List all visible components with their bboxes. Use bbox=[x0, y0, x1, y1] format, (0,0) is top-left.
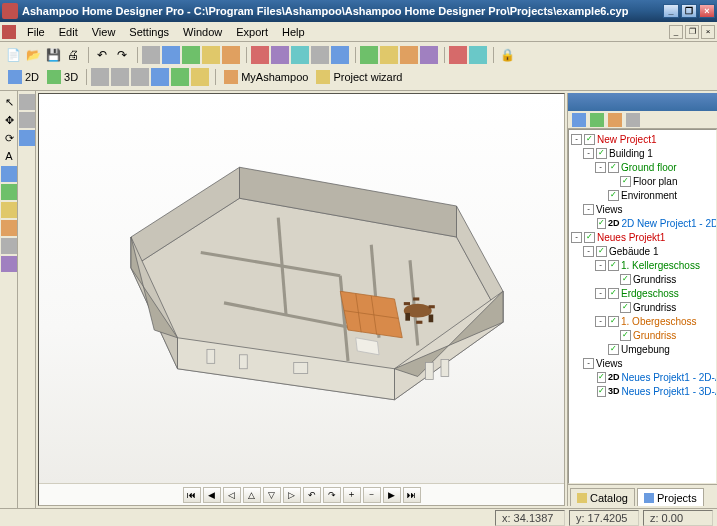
grid-icon[interactable] bbox=[311, 46, 329, 64]
expand-icon[interactable]: - bbox=[595, 260, 606, 271]
view4-icon[interactable] bbox=[151, 68, 169, 86]
tree-node[interactable]: -✓1. Obergeschoss bbox=[569, 314, 716, 328]
rect-tool-icon[interactable] bbox=[1, 184, 17, 200]
help-icon[interactable] bbox=[469, 46, 487, 64]
nav-down-icon[interactable]: ▽ bbox=[263, 487, 281, 503]
tree-node[interactable]: ✓Grundriss bbox=[569, 328, 716, 342]
zoom-icon[interactable] bbox=[19, 130, 35, 146]
mdi-minimize-button[interactable]: _ bbox=[669, 25, 683, 39]
pan-icon[interactable] bbox=[19, 112, 35, 128]
nav-first-icon[interactable]: ⏮ bbox=[183, 487, 201, 503]
nav-rot-right-icon[interactable]: ↷ bbox=[323, 487, 341, 503]
check-icon[interactable] bbox=[449, 46, 467, 64]
text-tool-icon[interactable]: A bbox=[1, 148, 17, 164]
circle-tool-icon[interactable] bbox=[1, 202, 17, 218]
window-icon[interactable] bbox=[162, 46, 180, 64]
print-icon[interactable]: 🖨 bbox=[64, 46, 82, 64]
tree-node[interactable]: -✓Gebäude 1 bbox=[569, 244, 716, 258]
mode-2d-button[interactable]: 2D bbox=[4, 69, 43, 85]
measure-icon[interactable] bbox=[251, 46, 269, 64]
tree-node[interactable]: ✓Grundriss bbox=[569, 272, 716, 286]
3d-viewport[interactable] bbox=[39, 94, 564, 483]
tree-node[interactable]: ✓Floor plan bbox=[569, 174, 716, 188]
expand-icon[interactable]: - bbox=[571, 232, 582, 243]
view3-icon[interactable] bbox=[131, 68, 149, 86]
mdi-close-button[interactable]: × bbox=[701, 25, 715, 39]
checkbox-icon[interactable]: ✓ bbox=[596, 148, 607, 159]
new-file-icon[interactable]: 📄 bbox=[4, 46, 22, 64]
view6-icon[interactable] bbox=[191, 68, 209, 86]
checkbox-icon[interactable]: ✓ bbox=[620, 302, 631, 313]
texture-icon[interactable] bbox=[400, 46, 418, 64]
project-wizard-button[interactable]: Project wizard bbox=[312, 69, 406, 85]
undo-icon[interactable]: ↶ bbox=[93, 46, 111, 64]
tab-projects[interactable]: Projects bbox=[637, 488, 704, 506]
expand-icon[interactable]: - bbox=[583, 204, 594, 215]
nav-zoom-in-icon[interactable]: ＋ bbox=[343, 487, 361, 503]
minimize-button[interactable]: _ bbox=[663, 4, 679, 18]
checkbox-icon[interactable]: ✓ bbox=[584, 232, 595, 243]
camera-icon[interactable] bbox=[271, 46, 289, 64]
checkbox-icon[interactable]: ✓ bbox=[620, 176, 631, 187]
layers-icon[interactable] bbox=[291, 46, 309, 64]
tree-node[interactable]: ✓Umgebung bbox=[569, 342, 716, 356]
panel-icon-1[interactable] bbox=[572, 113, 586, 127]
expand-icon[interactable]: - bbox=[595, 162, 606, 173]
move-tool-icon[interactable]: ✥ bbox=[1, 112, 17, 128]
nav-prev-icon[interactable]: ◀ bbox=[203, 487, 221, 503]
tree-node[interactable]: ✓2DNeues Projekt1 - 2D-Ansich bbox=[569, 370, 716, 384]
checkbox-icon[interactable]: ✓ bbox=[608, 344, 619, 355]
menu-settings[interactable]: Settings bbox=[122, 23, 176, 41]
mode-3d-button[interactable]: 3D bbox=[43, 69, 82, 85]
checkbox-icon[interactable]: ✓ bbox=[620, 330, 631, 341]
expand-icon[interactable]: - bbox=[583, 358, 594, 369]
lock-icon[interactable]: 🔒 bbox=[498, 46, 516, 64]
panel-icon-4[interactable] bbox=[626, 113, 640, 127]
snap-icon[interactable] bbox=[331, 46, 349, 64]
myashampoo-button[interactable]: MyAshampoo bbox=[220, 69, 312, 85]
expand-icon[interactable]: - bbox=[595, 316, 606, 327]
checkbox-icon[interactable]: ✓ bbox=[608, 162, 619, 173]
nav-left-icon[interactable]: ◁ bbox=[223, 487, 241, 503]
tree-node[interactable]: ✓Environment bbox=[569, 188, 716, 202]
panel-icon-2[interactable] bbox=[590, 113, 604, 127]
door-icon[interactable] bbox=[182, 46, 200, 64]
menu-view[interactable]: View bbox=[85, 23, 123, 41]
orbit-icon[interactable] bbox=[19, 94, 35, 110]
expand-icon[interactable]: - bbox=[583, 148, 594, 159]
menu-window[interactable]: Window bbox=[176, 23, 229, 41]
redo-icon[interactable]: ↷ bbox=[113, 46, 131, 64]
menu-help[interactable]: Help bbox=[275, 23, 312, 41]
hatch-tool-icon[interactable] bbox=[1, 256, 17, 272]
checkbox-icon[interactable]: ✓ bbox=[584, 134, 595, 145]
project-tree[interactable]: -✓New Project1-✓Building 1-✓Ground floor… bbox=[568, 129, 717, 484]
mdi-restore-button[interactable]: ❐ bbox=[685, 25, 699, 39]
panel-icon-3[interactable] bbox=[608, 113, 622, 127]
tree-node[interactable]: ✓Grundriss bbox=[569, 300, 716, 314]
tree-node[interactable]: -✓Ground floor bbox=[569, 160, 716, 174]
rotate-tool-icon[interactable]: ⟳ bbox=[1, 130, 17, 146]
roof-icon[interactable] bbox=[222, 46, 240, 64]
menu-export[interactable]: Export bbox=[229, 23, 275, 41]
checkbox-icon[interactable]: ✓ bbox=[597, 218, 606, 229]
menu-file[interactable]: File bbox=[20, 23, 52, 41]
close-button[interactable]: × bbox=[699, 4, 715, 18]
wall-icon[interactable] bbox=[202, 46, 220, 64]
tree-node[interactable]: ✓3DNeues Projekt1 - 3D-Ansich bbox=[569, 384, 716, 398]
tree-node[interactable]: -✓Building 1 bbox=[569, 146, 716, 160]
open-file-icon[interactable]: 📂 bbox=[24, 46, 42, 64]
export-icon[interactable] bbox=[420, 46, 438, 64]
dim-tool-icon[interactable] bbox=[1, 238, 17, 254]
tree-node[interactable]: -✓Neues Projekt1 bbox=[569, 230, 716, 244]
save-icon[interactable]: 💾 bbox=[44, 46, 62, 64]
view5-icon[interactable] bbox=[171, 68, 189, 86]
nav-last-icon[interactable]: ⏭ bbox=[403, 487, 421, 503]
nav-right-icon[interactable]: ▷ bbox=[283, 487, 301, 503]
tab-catalog[interactable]: Catalog bbox=[570, 488, 635, 506]
render-icon[interactable] bbox=[360, 46, 378, 64]
tree-node[interactable]: -✓1. Kellergeschoss bbox=[569, 258, 716, 272]
arc-tool-icon[interactable] bbox=[1, 220, 17, 236]
select-tool-icon[interactable]: ↖ bbox=[1, 94, 17, 110]
checkbox-icon[interactable]: ✓ bbox=[608, 288, 619, 299]
maximize-button[interactable]: ❐ bbox=[681, 4, 697, 18]
